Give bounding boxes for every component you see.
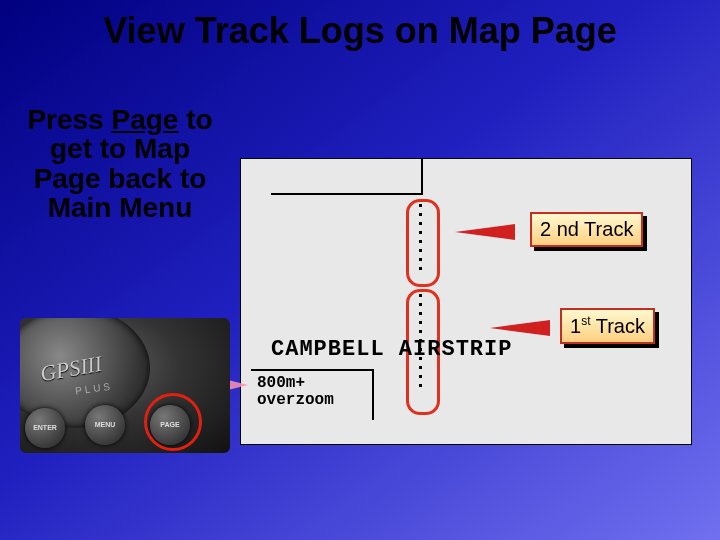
map-frame-corner [271,158,423,195]
slide-title: View Track Logs on Map Page [0,10,720,52]
zoom-scale: 800m+ [257,374,305,392]
enter-button[interactable]: ENTER [25,408,65,448]
callout-track-2: 2 nd Track [530,212,643,247]
page-button-highlight-circle [144,393,202,451]
track-2-highlight [406,199,440,287]
menu-button[interactable]: MENU [85,405,125,445]
callout-track-1: 1st Track [560,308,655,344]
arrow-to-track-2 [455,224,515,240]
map-place-label: CAMPBELL AIRSTRIP [271,337,512,362]
arrow-to-track-1 [490,320,550,336]
gps-device-photo: GPSIII PLUS ENTER MENU PAGE [20,318,230,453]
zoom-indicator: 800m+ overzoom [251,369,374,420]
instruction-text: Press Page to get to Map Page back to Ma… [25,105,215,223]
zoom-status: overzoom [257,391,334,409]
gps-map-screenshot: CAMPBELL AIRSTRIP 800m+ overzoom [240,158,692,445]
